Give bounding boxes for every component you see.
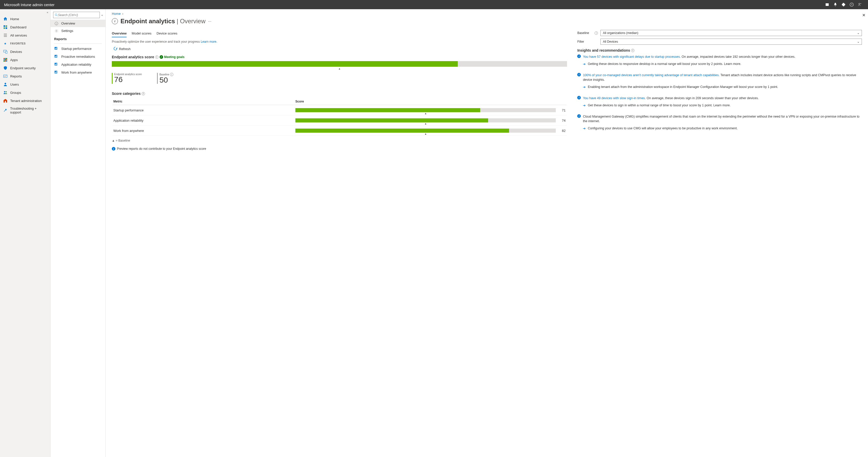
info-icon: i — [577, 54, 581, 58]
chevron-down-icon: ⌄ — [857, 40, 860, 44]
svg-rect-4 — [6, 25, 7, 27]
arrow-icon: ➔ — [583, 103, 586, 108]
svg-rect-28 — [55, 48, 56, 49]
feedback-icon[interactable] — [856, 1, 864, 9]
tab-device-scores[interactable]: Device scores — [156, 30, 178, 37]
svg-rect-41 — [56, 72, 56, 73]
subnav-report-appreliability[interactable]: Application reliability — [51, 61, 105, 68]
star-icon: ★ — [3, 41, 8, 46]
info-icon[interactable]: i — [631, 49, 634, 52]
filter-control: Filter All Devices ⌄ — [577, 38, 862, 45]
info-icon: i — [54, 22, 59, 25]
action-link[interactable]: Learn more. — [713, 104, 731, 107]
gear-icon[interactable] — [839, 1, 847, 9]
description: Proactively optimize the user experience… — [112, 40, 567, 44]
svg-point-19 — [5, 83, 6, 84]
nav-dashboard[interactable]: Dashboard — [0, 23, 50, 31]
table-row[interactable]: Work from anywhere ▲ 82 — [112, 126, 566, 136]
action-link[interactable]: Configuring your devices to use CMG — [588, 126, 641, 130]
svg-rect-8 — [6, 51, 7, 53]
close-icon[interactable]: ✕ — [862, 13, 865, 18]
filter-select[interactable]: All Devices ⌄ — [600, 38, 862, 45]
svg-rect-40 — [55, 72, 56, 73]
page-title: Endpoint analytics | Overview — [121, 18, 206, 25]
subnav-settings[interactable]: Settings — [51, 27, 105, 34]
info-icon: i — [577, 73, 581, 77]
nav-apps[interactable]: Apps — [0, 56, 50, 64]
score-bar — [296, 118, 556, 122]
subnav-report-proactive[interactable]: Proactive remediations — [51, 53, 105, 61]
info-icon: i — [112, 147, 115, 150]
subnav-report-wfa[interactable]: Work from anywhere — [51, 68, 105, 77]
apps-icon — [3, 58, 8, 62]
tab-model-scores[interactable]: Model scores — [132, 30, 151, 37]
svg-rect-42 — [56, 71, 57, 73]
col-score: Score — [294, 98, 566, 105]
arrow-icon: ➔ — [583, 126, 586, 131]
table-row[interactable]: Startup performance ▲ 71 — [112, 106, 566, 115]
table-row[interactable]: Application reliability ▲ 74 — [112, 116, 566, 125]
score-bar — [296, 108, 556, 112]
main-score-bar — [112, 61, 567, 67]
score-value: 71 — [558, 108, 565, 112]
baseline-control: Baseline i All organizations (median) ⌄ — [577, 30, 862, 36]
insight-link[interactable]: You have 49 devices with slow sign-in ti… — [583, 96, 646, 100]
nav-label: Users — [10, 83, 19, 86]
action-link[interactable]: Learn more. — [724, 62, 741, 66]
score-value: 82 — [558, 129, 565, 133]
svg-rect-22 — [5, 101, 6, 103]
nav-endpoint-security[interactable]: Endpoint security — [0, 64, 50, 72]
subnav-reports-header: Reports — [51, 34, 105, 42]
info-icon: i — [577, 114, 581, 118]
tab-overview[interactable]: Overview — [112, 30, 127, 37]
info-icon[interactable]: i — [142, 92, 145, 95]
subnav-label: Application reliability — [61, 63, 91, 66]
svg-rect-32 — [55, 56, 56, 57]
more-icon[interactable]: ⋯ — [208, 20, 211, 23]
subnav-overview[interactable]: i Overview — [51, 20, 105, 27]
help-icon[interactable]: ? — [847, 1, 856, 9]
insight-link[interactable]: 100% of your co-managed devices aren't c… — [583, 73, 719, 77]
refresh-button[interactable]: Refresh — [113, 47, 567, 51]
svg-rect-5 — [4, 27, 5, 29]
insight-link[interactable]: You have 57 devices with significant del… — [583, 55, 681, 59]
subnav-label: Settings — [61, 29, 73, 33]
action-link[interactable]: Enabling tenant attach from the administ… — [588, 85, 733, 89]
search-box[interactable] — [53, 12, 100, 18]
subnav-report-startup[interactable]: Startup performance — [51, 45, 105, 53]
search-input[interactable] — [58, 13, 98, 17]
svg-text:?: ? — [851, 3, 852, 6]
metric-cell: Work from anywhere — [112, 126, 294, 136]
nav-label: Devices — [10, 50, 22, 54]
svg-point-2 — [859, 3, 860, 5]
baseline-select[interactable]: All organizations (median) ⌄ — [600, 30, 862, 36]
nav-troubleshooting[interactable]: Troubleshooting + support — [0, 105, 50, 116]
svg-rect-36 — [55, 64, 56, 65]
insight-item: iCloud Management Gateway (CMG) simplifi… — [577, 114, 862, 131]
nav-label: Tenant administration — [10, 99, 42, 103]
score-title: Endpoint analytics score i ✓ Meeting goa… — [112, 55, 567, 59]
nav-all-services[interactable]: All services — [0, 31, 50, 39]
nav-tenant-admin[interactable]: Tenant administration — [0, 96, 50, 105]
nav-collapse-icon[interactable]: « — [47, 11, 48, 14]
subnav-collapse-icon[interactable]: « — [101, 13, 103, 17]
learn-more-link[interactable]: Learn more. — [201, 40, 217, 44]
metric-cell: Startup performance — [112, 106, 294, 115]
score-box-main: Endpoint analytics score 76 — [112, 73, 142, 84]
svg-rect-9 — [4, 58, 5, 59]
nav-reports[interactable]: Reports — [0, 72, 50, 80]
chevron-right-icon: › — [122, 12, 123, 16]
search-icon — [55, 13, 58, 17]
nav-devices[interactable]: Devices — [0, 48, 50, 56]
nav-home[interactable]: Home — [0, 15, 50, 23]
bell-icon[interactable] — [831, 1, 839, 9]
info-icon[interactable]: i — [595, 31, 598, 35]
cloud-shell-icon[interactable] — [823, 1, 831, 9]
nav-groups[interactable]: Groups — [0, 88, 50, 96]
nav-users[interactable]: Users — [0, 80, 50, 88]
breadcrumb-home[interactable]: Home — [112, 12, 121, 16]
info-icon[interactable]: i — [155, 55, 158, 59]
info-icon[interactable]: i — [170, 73, 173, 76]
svg-rect-10 — [5, 58, 6, 59]
svg-rect-15 — [4, 61, 5, 62]
